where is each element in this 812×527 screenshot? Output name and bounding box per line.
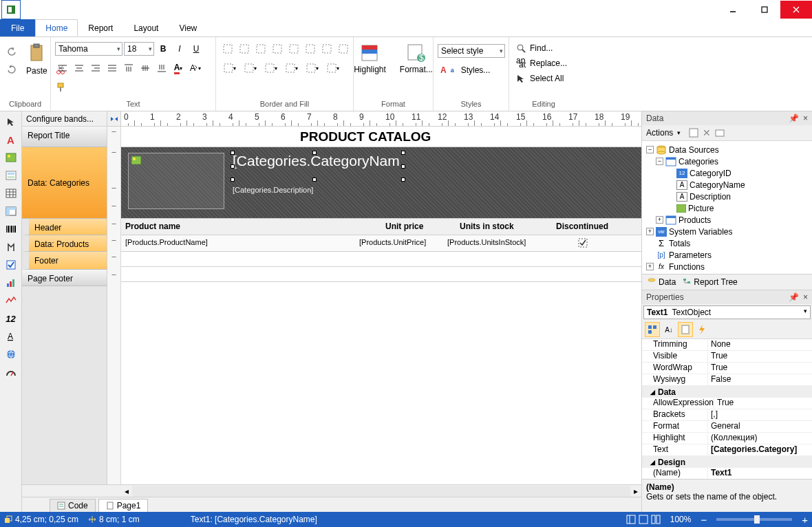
view-mode3-icon[interactable]: [651, 515, 661, 524]
view-mode1-icon[interactable]: [626, 515, 636, 524]
border-none-button[interactable]: [303, 41, 318, 56]
zoom-slider[interactable]: [716, 518, 792, 521]
find-button[interactable]: Find...: [513, 41, 555, 55]
col-header-stock[interactable]: Units in stock: [460, 222, 514, 231]
subreport-tool[interactable]: [3, 168, 19, 183]
category-desc-text[interactable]: [Categories.Description]: [233, 186, 313, 194]
file-tab[interactable]: File: [0, 19, 35, 36]
property-row[interactable]: WordWrapTrue: [642, 363, 812, 374]
expand-icon[interactable]: +: [646, 263, 654, 270]
property-row[interactable]: AllowExpressionTrue: [642, 398, 812, 409]
border-bottom-button[interactable]: [237, 41, 252, 56]
font-size-combo[interactable]: 18▾: [124, 42, 154, 56]
align-justify-button[interactable]: [105, 61, 120, 76]
chart-tool[interactable]: [3, 275, 19, 290]
font-combo[interactable]: Tahoma▾: [55, 42, 122, 56]
line-style-button[interactable]: ▾: [282, 61, 301, 76]
minimize-button[interactable]: [717, 1, 749, 19]
band-header[interactable]: Header: [22, 219, 107, 235]
tab-layout[interactable]: Layout: [123, 19, 169, 36]
canvas-scroll[interactable]: PRODUCT CATALOG [Categories.CategoryNam …: [121, 127, 641, 484]
redo-button[interactable]: [4, 62, 19, 77]
select-all-button[interactable]: Select All: [513, 72, 566, 85]
fill-color-button[interactable]: ▾: [220, 61, 239, 76]
report-title-text[interactable]: PRODUCT CATALOG: [300, 129, 431, 144]
view-mode2-icon[interactable]: [639, 515, 648, 524]
band-report-title[interactable]: Report Title: [22, 127, 107, 147]
border-top-button[interactable]: [220, 41, 235, 56]
border-left-button[interactable]: [253, 41, 268, 56]
category-name-text[interactable]: [Categories.CategoryNam: [233, 153, 400, 169]
border-shadow-button[interactable]: [319, 41, 334, 56]
align-right-button[interactable]: [88, 61, 103, 76]
property-row[interactable]: WysiwygFalse: [642, 374, 812, 386]
data-tree[interactable]: −Data Sources −Categories 12CategoryID A…: [642, 141, 812, 275]
events-button[interactable]: [694, 322, 709, 337]
property-row[interactable]: Text[Categories.Category]: [642, 444, 812, 456]
styles-button[interactable]: AaStyles...: [438, 63, 493, 77]
col-header-name[interactable]: Product name: [125, 222, 180, 231]
horizontal-scrollbar[interactable]: ◂ ▸: [22, 484, 641, 497]
gauge-tool[interactable]: [3, 365, 19, 380]
paste-button[interactable]: Paste: [22, 41, 52, 77]
data-actions[interactable]: Actions▾ ✕: [642, 125, 812, 141]
highlight-button[interactable]: Highlight: [350, 41, 390, 76]
property-row[interactable]: VisibleTrue: [642, 351, 812, 363]
collapse-icon[interactable]: −: [656, 158, 663, 165]
field-units-stock[interactable]: [Products.UnitsInStock]: [447, 238, 526, 246]
zipcode-tool[interactable]: A: [3, 329, 19, 344]
collapse-icon[interactable]: −: [646, 146, 654, 153]
pin-icon[interactable]: 📌: [789, 292, 799, 302]
tab-page1[interactable]: Page1: [98, 499, 149, 512]
align-center-button[interactable]: [72, 61, 87, 76]
picture-object[interactable]: [128, 153, 224, 209]
ruler-toggle[interactable]: [107, 111, 121, 126]
props-page-button[interactable]: [678, 322, 693, 337]
sparkline-tool[interactable]: [3, 293, 19, 308]
fill-props-button[interactable]: ▾: [303, 61, 322, 76]
object-selector[interactable]: Text1TextObject▾: [643, 305, 811, 319]
line-color-button[interactable]: ▾: [241, 61, 260, 76]
checkbox-tool[interactable]: [3, 257, 19, 272]
cellular-tool[interactable]: 12: [3, 311, 19, 326]
categorized-button[interactable]: [645, 322, 660, 337]
horizontal-ruler[interactable]: 012345678910111213141516171819: [121, 111, 641, 126]
border-sep-button[interactable]: ▾: [323, 61, 343, 76]
field-product-name[interactable]: [Products.ProductName]: [125, 238, 208, 246]
border-all-button[interactable]: [286, 41, 301, 56]
tab-report[interactable]: Report: [78, 19, 123, 36]
pointer-tool[interactable]: [3, 114, 19, 129]
undo-button[interactable]: [4, 44, 19, 59]
expand-icon[interactable]: +: [656, 216, 663, 224]
table-tool[interactable]: [3, 186, 19, 201]
property-row[interactable]: Brackets[,]: [642, 409, 812, 421]
italic-button[interactable]: I: [172, 41, 187, 56]
property-category[interactable]: ◢Data: [642, 386, 812, 398]
col-header-price[interactable]: Unit price: [385, 222, 423, 231]
property-row[interactable]: FormatGeneral: [642, 421, 812, 433]
property-row[interactable]: TrimmingNone: [642, 339, 812, 351]
picture-tool[interactable]: [3, 150, 19, 165]
pin-icon[interactable]: 📌: [789, 114, 799, 123]
band-footer[interactable]: Footer: [22, 252, 107, 270]
tab-report-tree[interactable]: Report Tree: [683, 277, 737, 287]
tab-data[interactable]: Data: [648, 277, 676, 287]
band-page-footer[interactable]: Page Footer: [22, 270, 107, 286]
configure-bands-button[interactable]: Configure bands...: [22, 111, 107, 126]
replace-button[interactable]: abacReplace...: [513, 56, 570, 70]
formatting-button[interactable]: $ Format...: [396, 41, 437, 76]
zoom-in-button[interactable]: +: [802, 514, 808, 526]
new-ds-icon[interactable]: [715, 128, 725, 138]
style-combo[interactable]: Select style▾: [438, 44, 505, 58]
expand-icon[interactable]: +: [646, 228, 654, 235]
matrix-tool[interactable]: [3, 204, 19, 219]
tab-code[interactable]: Code: [50, 499, 96, 512]
close-icon[interactable]: ×: [803, 292, 808, 302]
property-category[interactable]: ◢Design: [642, 456, 812, 468]
font-color-button[interactable]: A▾: [171, 61, 186, 76]
valign-top-button[interactable]: [121, 61, 136, 76]
maximize-button[interactable]: [749, 1, 780, 19]
tab-home[interactable]: Home: [35, 19, 78, 36]
delete-icon[interactable]: ✕: [703, 127, 711, 138]
field-unit-price[interactable]: [Products.UnitPrice]: [359, 238, 426, 246]
